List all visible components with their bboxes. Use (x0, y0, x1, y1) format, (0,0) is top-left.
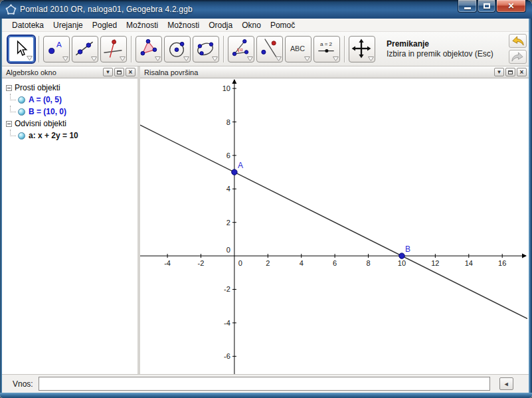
slider-tool-button[interactable]: a = 2 (313, 36, 340, 62)
redo-button[interactable] (509, 50, 527, 64)
tool-dropdown-arrow-icon[interactable] (212, 56, 218, 61)
x-tick-label: 0 (238, 259, 242, 267)
undo-button[interactable] (509, 34, 527, 48)
close-panel-icon: × (520, 69, 524, 76)
y-tick-label: 8 (226, 118, 230, 126)
tool-dropdown-arrow-icon[interactable] (276, 56, 282, 61)
toolbar-separator (344, 36, 345, 62)
drawing-canvas[interactable]: -4-202468101214161086420-2-4-6AB (140, 78, 529, 374)
x-tick-label: -4 (164, 259, 171, 267)
tool-dropdown-arrow-icon[interactable] (304, 56, 310, 61)
svg-text:ABC: ABC (290, 44, 305, 52)
visibility-marble-icon[interactable] (18, 108, 25, 116)
menu-moznosti-1[interactable]: Možnosti (122, 19, 163, 31)
menu-orodja[interactable]: Orodja (204, 19, 237, 31)
tool-dropdown-arrow-icon[interactable] (62, 56, 68, 61)
algebra-panel-restore-button[interactable] (114, 68, 124, 76)
maximize-icon (484, 3, 490, 9)
tool-dropdown-arrow-icon[interactable] (333, 56, 339, 61)
collapse-icon[interactable] (6, 121, 12, 127)
tool-dropdown-arrow-icon[interactable] (183, 56, 189, 61)
y-tick-label: -2 (224, 285, 230, 293)
restore-icon (117, 70, 122, 74)
y-tick-label: -4 (224, 319, 230, 327)
point-A[interactable] (232, 169, 237, 175)
tree-item-a[interactable]: a: x + 2y = 10 (2, 130, 137, 142)
y-tick-label: -6 (224, 352, 230, 360)
angle-tool-button[interactable]: α (228, 36, 254, 62)
x-tick-label: 8 (366, 259, 370, 267)
x-tick-label: 6 (333, 259, 337, 267)
dropdown-icon: ▼ (497, 70, 502, 75)
active-tool-name: Premikanje (387, 39, 493, 49)
maximize-button[interactable] (478, 0, 495, 13)
input-help-button[interactable]: ◄ (499, 377, 513, 390)
collapse-icon[interactable] (6, 85, 12, 91)
input-label: Vnos: (13, 379, 33, 389)
menu-pomoc[interactable]: Pomoč (266, 19, 300, 31)
move-view-tool-button[interactable] (349, 36, 375, 62)
x-tick-label: 16 (498, 259, 506, 267)
toolbar-separator (131, 36, 132, 62)
line-a[interactable] (140, 125, 527, 318)
tool-dropdown-arrow-icon[interactable] (247, 56, 253, 61)
circle-tool-button[interactable] (164, 36, 191, 62)
text-tool-button[interactable]: ABC (285, 36, 311, 62)
tool-dropdown-arrow-icon[interactable] (120, 56, 126, 61)
dependent-objects-group[interactable]: Odvisni objekti (2, 118, 137, 130)
perpendicular-line-tool-button[interactable] (100, 36, 127, 62)
command-input[interactable] (39, 377, 490, 391)
menu-bar: Datoteka Urejanje Pogled Možnosti Možnos… (2, 19, 529, 32)
tool-dropdown-arrow-icon[interactable] (27, 56, 33, 60)
group-label: Odvisni objekti (15, 119, 66, 128)
point-tool-button[interactable]: A (43, 36, 70, 62)
tool-dropdown-arrow-icon[interactable] (368, 56, 374, 61)
graphics-panel-close-button[interactable]: × (517, 68, 527, 76)
visibility-marble-icon[interactable] (18, 96, 25, 104)
coordinate-system[interactable]: -4-202468101214161086420-2-4-6AB (140, 78, 527, 374)
menu-okno[interactable]: Okno (237, 19, 266, 31)
free-objects-group[interactable]: Prosti objekti (2, 82, 137, 94)
x-axis-arrow-icon (522, 254, 527, 258)
algebra-panel-controls: ▼ × (103, 68, 135, 76)
menu-datoteka[interactable]: Datoteka (7, 19, 48, 31)
x-tick-label: -2 (198, 259, 205, 267)
window-controls: ✕ (457, 0, 526, 13)
toolbar: A (2, 32, 529, 66)
algebra-panel-close-button[interactable]: × (126, 68, 135, 76)
undo-icon (511, 35, 525, 47)
graphics-panel-title: Risalna površina (140, 68, 198, 76)
ellipse-tool-button[interactable] (193, 36, 219, 62)
tool-dropdown-arrow-icon[interactable] (155, 56, 161, 61)
polygon-tool-button[interactable] (135, 36, 162, 62)
line-tool-button[interactable] (72, 36, 98, 62)
tool-dropdown-arrow-icon[interactable] (91, 56, 97, 61)
graphics-panel-restore-button[interactable] (505, 68, 515, 76)
input-help-icon: ◄ (503, 381, 509, 387)
dropdown-icon: ▼ (106, 70, 111, 75)
point-label-B: B (405, 245, 410, 254)
algebra-panel: Algebrsko okno ▼ × Prosti objekti A = (0… (2, 66, 137, 374)
menu-pogled[interactable]: Pogled (88, 19, 122, 31)
graphics-panel-header: Risalna površina ▼ × (140, 66, 529, 78)
x-tick-label: 14 (465, 259, 473, 267)
title-bar[interactable]: Pomlad 2010 OR, naloga01, Geogebra 4.2.g… (0, 0, 532, 19)
input-bar: Vnos: ◄ (2, 374, 529, 393)
point-B[interactable] (399, 253, 404, 258)
toolbar-separator (223, 36, 224, 62)
object-text: a: x + 2y = 10 (29, 131, 78, 140)
menu-urejanje[interactable]: Urejanje (48, 19, 88, 31)
graphics-panel-menu-button[interactable]: ▼ (494, 68, 504, 76)
tree-item-A[interactable]: A = (0, 5) (2, 94, 137, 106)
algebra-panel-menu-button[interactable]: ▼ (103, 68, 113, 76)
close-button[interactable]: ✕ (496, 0, 526, 13)
svg-text:α: α (240, 46, 243, 52)
visibility-marble-icon[interactable] (18, 132, 25, 140)
y-tick-label: 10 (222, 84, 230, 92)
menu-moznosti-2[interactable]: Možnosti (163, 19, 204, 31)
tree-item-B[interactable]: B = (10, 0) (2, 106, 137, 118)
minimize-button[interactable] (458, 0, 477, 13)
object-text: B = (10, 0) (29, 107, 66, 116)
reflect-tool-button[interactable] (256, 36, 283, 62)
move-tool-button[interactable] (8, 36, 35, 62)
